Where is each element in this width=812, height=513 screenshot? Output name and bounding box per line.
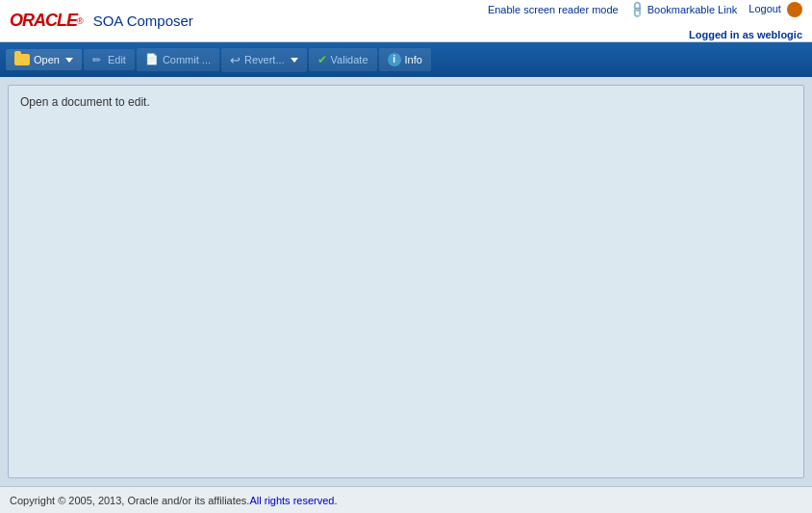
header-actions: Enable screen reader mode 🔗 Bookmarkable… <box>488 2 802 17</box>
username-value: weblogic <box>757 29 802 40</box>
validate-icon <box>317 53 327 66</box>
footer: Copyright © 2005, 2013, Oracle and/or it… <box>0 486 812 513</box>
validate-button[interactable]: Validate <box>309 48 377 71</box>
bookmarkable-link[interactable]: 🔗 Bookmarkable Link <box>630 3 738 16</box>
info-button[interactable]: i Info <box>379 48 431 71</box>
revert-icon <box>230 53 241 67</box>
rights-link[interactable]: All rights reserved. <box>249 495 337 506</box>
open-label: Open <box>34 54 60 65</box>
content-message: Open a document to edit. <box>16 93 796 111</box>
app-title: SOA Composer <box>93 13 193 29</box>
header-right: Enable screen reader mode 🔗 Bookmarkable… <box>488 2 802 40</box>
paperclip-icon: 🔗 <box>627 0 647 19</box>
revert-dropdown-arrow[interactable] <box>291 58 298 63</box>
logged-in-label: Logged in as <box>689 29 754 40</box>
oracle-wordmark: ORACLE <box>10 11 77 31</box>
registered-mark: ® <box>77 16 84 26</box>
logged-in-info: Logged in as weblogic <box>689 29 802 40</box>
bookmarkable-link-label: Bookmarkable Link <box>647 4 738 15</box>
commit-button[interactable]: Commit ... <box>137 48 219 71</box>
screen-reader-link[interactable]: Enable screen reader mode <box>488 4 619 15</box>
revert-button[interactable]: Revert... <box>221 48 307 72</box>
logout-label: Logout <box>749 2 781 13</box>
pencil-icon <box>92 54 104 65</box>
revert-label: Revert... <box>244 54 285 65</box>
open-dropdown-arrow[interactable] <box>65 58 73 63</box>
oracle-logo: ORACLE® <box>10 11 84 31</box>
edit-label: Edit <box>108 54 126 65</box>
logout-icon <box>787 2 802 17</box>
copyright-text: Copyright © 2005, 2013, Oracle and/or it… <box>10 495 249 506</box>
logout-button[interactable]: Logout <box>749 2 802 17</box>
toolbar: Open Edit Commit ... Revert... Validate … <box>0 42 812 77</box>
commit-label: Commit ... <box>163 54 211 65</box>
edit-button[interactable]: Edit <box>84 49 135 70</box>
header: ORACLE® SOA Composer Enable screen reade… <box>0 0 812 42</box>
content-panel: Open a document to edit. <box>8 85 804 478</box>
info-icon: i <box>388 53 401 66</box>
validate-label: Validate <box>331 54 368 65</box>
folder-icon <box>14 54 30 65</box>
info-label: Info <box>405 54 422 65</box>
logo-area: ORACLE® SOA Composer <box>10 11 193 31</box>
username: weblogic <box>757 29 802 40</box>
main-area: Open a document to edit. <box>0 77 812 486</box>
open-button[interactable]: Open <box>6 49 82 70</box>
commit-icon <box>145 53 159 66</box>
